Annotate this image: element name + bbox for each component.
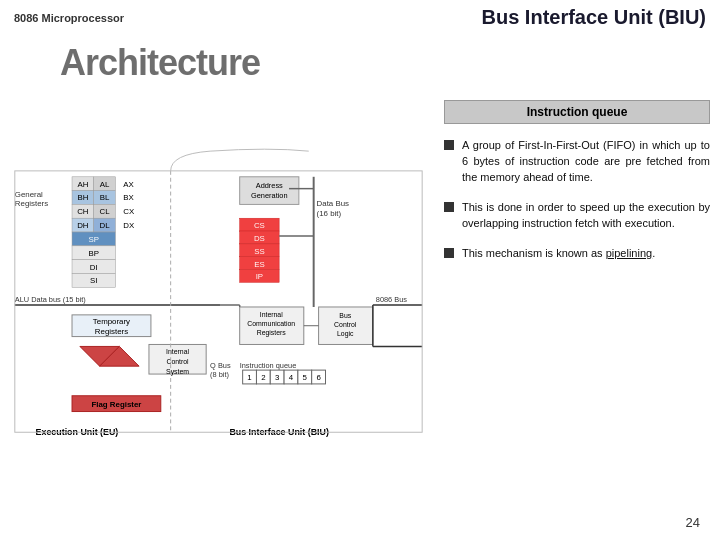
svg-text:Q Bus: Q Bus: [210, 361, 231, 370]
bullet-item-1: A group of First-In-First-Out (FIFO) in …: [444, 138, 710, 186]
text-area: Instruction queue A group of First-In-Fi…: [430, 90, 710, 454]
svg-text:SP: SP: [88, 235, 99, 244]
svg-text:5: 5: [303, 373, 308, 382]
svg-text:DI: DI: [90, 263, 98, 272]
svg-text:SS: SS: [254, 247, 265, 256]
svg-text:AL: AL: [100, 180, 110, 189]
svg-text:Flag Register: Flag Register: [91, 400, 141, 409]
svg-text:(8 bit): (8 bit): [210, 370, 229, 379]
header-title: Bus Interface Unit (BIU): [482, 6, 706, 29]
svg-text:DL: DL: [100, 221, 111, 230]
svg-text:Control: Control: [334, 321, 357, 328]
bullet-square-1: [444, 140, 454, 150]
main-content: General Registers AH AL AX BH BL BX CH C…: [0, 90, 720, 454]
svg-text:DS: DS: [254, 234, 265, 243]
diagram-area: General Registers AH AL AX BH BL BX CH C…: [10, 90, 430, 454]
bullet-text-2: This is done in order to speed up the ex…: [462, 200, 710, 232]
svg-text:CS: CS: [254, 221, 265, 230]
svg-text:CX: CX: [123, 207, 135, 216]
svg-text:1: 1: [247, 373, 251, 382]
architecture-diagram: General Registers AH AL AX BH BL BX CH C…: [10, 90, 425, 450]
svg-text:Generation: Generation: [251, 191, 288, 200]
svg-text:2: 2: [261, 373, 265, 382]
svg-text:4: 4: [289, 373, 294, 382]
bullet-item-2: This is done in order to speed up the ex…: [444, 200, 710, 232]
svg-text:8086 Bus: 8086 Bus: [376, 295, 407, 304]
svg-text:Internal: Internal: [260, 311, 283, 318]
svg-text:AH: AH: [77, 180, 88, 189]
instruction-queue-title: Instruction queue: [444, 100, 710, 124]
header-left-label: 8086 Microprocessor: [14, 12, 124, 24]
svg-text:Bus: Bus: [339, 312, 351, 319]
svg-text:BX: BX: [123, 193, 134, 202]
svg-text:Data Bus: Data Bus: [317, 199, 349, 208]
svg-text:DX: DX: [123, 221, 135, 230]
svg-text:Registers: Registers: [15, 199, 48, 208]
bullet-square-3: [444, 248, 454, 258]
svg-text:Instruction queue: Instruction queue: [240, 361, 297, 370]
svg-text:6: 6: [316, 373, 321, 382]
svg-text:(16 bit): (16 bit): [317, 209, 342, 218]
svg-text:Control: Control: [166, 358, 189, 365]
bullet-text-3: This mechanism is known as pipelining.: [462, 246, 655, 262]
svg-text:Address: Address: [256, 181, 283, 190]
page-number: 24: [686, 515, 700, 530]
arch-label: Architecture: [60, 42, 260, 84]
svg-text:System: System: [166, 368, 189, 376]
svg-text:SI: SI: [90, 276, 97, 285]
svg-text:DH: DH: [77, 221, 89, 230]
svg-text:ALU Data bus (15 bit): ALU Data bus (15 bit): [15, 295, 86, 304]
svg-text:BH: BH: [77, 193, 88, 202]
svg-text:BL: BL: [100, 193, 110, 202]
svg-text:Temporary: Temporary: [93, 317, 130, 326]
header: 8086 Microprocessor Bus Interface Unit (…: [0, 0, 720, 31]
pipelining-underline: pipelining: [606, 247, 652, 259]
svg-text:General: General: [15, 190, 43, 199]
svg-text:IP: IP: [256, 272, 263, 281]
bullet-square-2: [444, 202, 454, 212]
svg-text:Registers: Registers: [95, 327, 128, 336]
svg-text:Internal: Internal: [166, 348, 189, 355]
svg-text:CH: CH: [77, 207, 89, 216]
svg-text:ES: ES: [254, 260, 265, 269]
svg-text:CL: CL: [100, 207, 111, 216]
svg-text:AX: AX: [123, 180, 134, 189]
bullet-text-1: A group of First-In-First-Out (FIFO) in …: [462, 138, 710, 186]
svg-text:Logic: Logic: [337, 330, 354, 338]
svg-text:BP: BP: [88, 249, 99, 258]
bullet-item-3: This mechanism is known as pipelining.: [444, 246, 710, 262]
svg-text:Communication: Communication: [247, 320, 295, 327]
svg-text:Registers: Registers: [257, 329, 287, 337]
svg-text:3: 3: [275, 373, 280, 382]
